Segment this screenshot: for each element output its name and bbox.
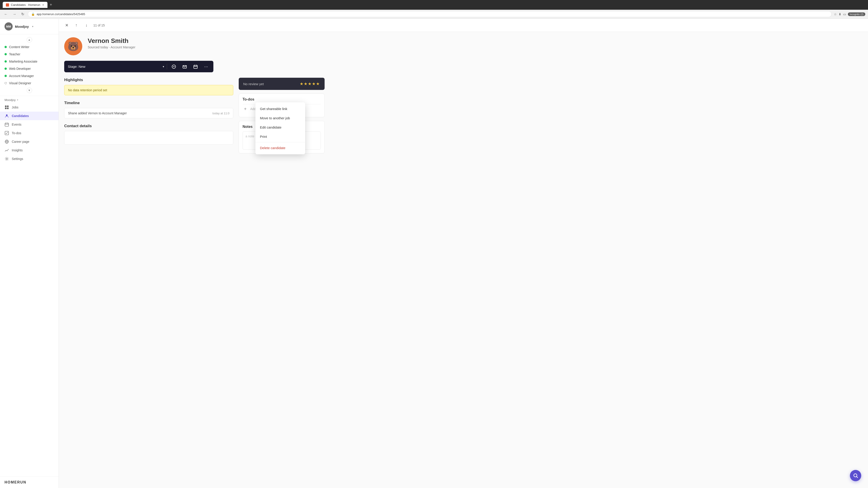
avatar-emoji: 🐻 [68,41,79,52]
svg-rect-17 [194,65,197,68]
nav-career-label: Career page [12,140,29,143]
sidebar-item-marketing-associate[interactable]: Marketing Associate [0,58,59,65]
candidate-counter: 11 of 15 [93,24,105,27]
contact-details-panel [64,131,233,144]
close-button[interactable]: ✕ [64,22,69,29]
job-label: Web Developer [9,67,31,70]
calendar-icon [4,122,9,127]
add-todo-btn[interactable]: + [243,106,248,111]
nav-item-events[interactable]: Events [0,120,59,129]
candidate-top: 🐻 Vernon Smith Sourced today · Account M… [64,37,324,55]
warning-text: No data retention period set [68,88,107,92]
job-label: Teacher [9,53,20,56]
sidebar-item-teacher[interactable]: Teacher [0,51,59,58]
svg-rect-5 [5,123,8,126]
svg-line-22 [857,477,858,478]
job-label: Account Manager [9,74,34,78]
nav-actions: ☆ ⬇ ▭ Incognito (2) [834,12,865,16]
svg-rect-1 [7,105,8,107]
avatar-initials: MM [6,25,11,28]
next-candidate-btn[interactable]: ↓ [83,22,90,29]
sidebar-footer: HOMERUN [0,477,59,488]
scroll-up-btn: ▲ [0,36,59,43]
dropdown-item-shareable-link[interactable]: Get shareable link [255,104,305,113]
prev-candidate-btn[interactable]: ↑ [73,22,80,29]
stage-label: Stage: New [68,65,160,68]
contact-section: Contact details [64,124,233,144]
candidate-meta: Sourced today · Account Manager [88,45,324,49]
dot-dashed-icon [4,82,7,84]
candidate-avatar: 🐻 [64,37,82,55]
svg-rect-3 [7,107,8,109]
checklist-icon [4,131,9,135]
nav-item-candidates[interactable]: Candidates [0,111,59,120]
browser-chrome: Candidates · Homerun ✕ + [0,0,868,10]
grid-icon [4,105,9,109]
timeline-section: Timeline Shane added Vernon to Account M… [64,101,233,119]
avatar: MM [4,22,13,31]
sidebar-item-content-writer[interactable]: Content Writer [0,43,59,51]
reject-btn[interactable] [170,64,178,70]
nav-item-settings[interactable]: Settings [0,155,59,163]
nav-item-insights[interactable]: Insights [0,146,59,155]
left-column: Highlights No data retention period set … [64,78,233,153]
svg-point-21 [854,474,857,477]
svg-rect-2 [5,107,6,109]
forward-btn[interactable]: → [11,11,18,17]
bookmark-icon[interactable]: ☆ [834,12,837,16]
sidebar-item-account-manager[interactable]: Account Manager [0,72,59,79]
address-bar[interactable]: 🔒 app.homerun.co/candidates/5425485 [28,11,832,17]
browser-tabs: Candidates · Homerun ✕ + [3,2,54,8]
org-name: Moodjoy [15,25,29,29]
scroll-down-arrow[interactable]: ▼ [27,88,32,93]
dropdown-menu: Get shareable link Move to another job E… [255,102,305,154]
sidebar-item-visual-designer[interactable]: Visual Designer [0,79,59,87]
download-icon[interactable]: ⬇ [839,12,841,16]
dropdown-item-print[interactable]: Print [255,132,305,141]
app-container: MM Moodjoy ▾ ▲ Content Writer Teacher Ma… [0,19,868,488]
warning-banner: No data retention period set [64,85,233,95]
dot-icon [4,46,7,48]
nav-item-jobs[interactable]: Jobs [0,103,59,111]
org-expand-icon[interactable]: ▾ [17,98,18,101]
scroll-up-arrow[interactable]: ▲ [27,37,32,42]
sidebar-header: MM Moodjoy ▾ [0,19,59,34]
stage-bar: Stage: New ▾ ··· [64,61,213,72]
dropdown-item-delete-candidate[interactable]: Delete candidate [255,143,305,153]
dot-icon [4,68,7,70]
reload-btn[interactable]: ↻ [20,11,26,17]
svg-rect-0 [5,105,6,107]
active-tab[interactable]: Candidates · Homerun ✕ [3,2,48,8]
more-actions-btn[interactable]: ··· [202,63,210,70]
candidate-info: Vernon Smith Sourced today · Account Man… [88,37,324,49]
schedule-btn[interactable] [191,64,199,70]
timeline-entry: Shane added Vernon to Account Manager [68,111,127,115]
timeline-time: today at 11:0 [213,111,229,115]
dot-icon [4,53,7,55]
gear-icon [4,157,9,161]
sidebar-toggle-icon[interactable]: ▭ [843,12,846,16]
review-label: No review yet [243,82,264,86]
org-chevron[interactable]: ▾ [32,25,33,28]
nav-item-todos[interactable]: To-dos [0,129,59,137]
new-tab-btn[interactable]: + [49,2,54,7]
dropdown-item-move-job[interactable]: Move to another job [255,113,305,123]
nav-item-career-page[interactable]: Career page [0,137,59,146]
nav-jobs-label: Jobs [12,105,19,109]
dropdown-item-edit-candidate[interactable]: Edit candidate [255,123,305,132]
tab-close-btn[interactable]: ✕ [42,3,44,6]
stars-rating[interactable]: ★★★★★ [300,81,320,86]
back-btn[interactable]: ← [3,11,9,17]
people-icon [4,113,9,118]
url-text: app.homerun.co/candidates/5425485 [37,12,828,16]
stage-chevron-icon[interactable]: ▾ [163,65,164,68]
dropdown-divider [255,142,305,142]
nav-candidates-label: Candidates [12,114,29,118]
email-btn[interactable] [181,64,189,70]
sidebar-item-web-developer[interactable]: Web Developer [0,65,59,72]
search-fab[interactable] [850,470,861,481]
tab-favicon [6,3,9,6]
homerun-logo: HOMERUN [4,480,54,484]
dot-icon [4,60,7,63]
scroll-down-btn: ▼ [0,87,59,94]
